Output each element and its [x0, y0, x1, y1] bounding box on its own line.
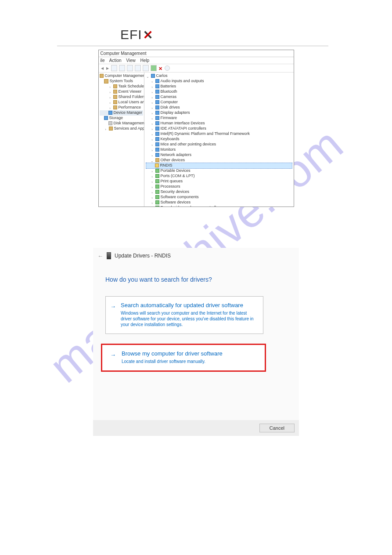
tree-item[interactable]: ›Monitors: [146, 147, 292, 152]
device-tree: ⌄Carlos ›Audio inputs and outputs›Batter…: [144, 73, 294, 207]
toolbar-btn[interactable]: [143, 65, 149, 71]
option-title: Search automatically for updated driver …: [121, 302, 257, 308]
toolbar-btn[interactable]: [135, 65, 141, 71]
computer-management-window: Computer Management ile Action View Help…: [98, 50, 294, 207]
tree-item[interactable]: Disk Management: [100, 121, 143, 126]
tree-item[interactable]: ›Services and Applications: [100, 126, 143, 131]
tree-item[interactable]: ›Software components: [146, 195, 292, 200]
tree-item[interactable]: ›Print queues: [146, 179, 292, 184]
tree-item[interactable]: ›Bluetooth: [146, 89, 292, 94]
device-icon: [107, 252, 111, 259]
option-desc: Windows will search your computer and th…: [121, 310, 257, 327]
toolbar-btn[interactable]: [119, 65, 125, 71]
tree-item[interactable]: ›Display adapters: [146, 110, 292, 116]
tree-item[interactable]: ›Keyboards: [146, 137, 292, 142]
option-desc: Locate and install driver software manua…: [122, 359, 259, 364]
toolbar-btn[interactable]: [127, 65, 133, 71]
tree-item[interactable]: ›Shared Folders: [100, 94, 143, 100]
tree-item[interactable]: System Tools: [100, 79, 143, 84]
tree-item[interactable]: ›IDE ATA/ATAPI controllers: [146, 126, 292, 131]
arrow-right-icon: →: [110, 352, 116, 358]
tree-item[interactable]: ⌄Carlos: [146, 73, 292, 79]
tree-item[interactable]: ›Performance: [100, 105, 143, 110]
window-title: Computer Management: [99, 50, 294, 57]
toolbar-back-icon[interactable]: ◀: [101, 66, 104, 70]
tree-item[interactable]: ›Computer: [146, 100, 292, 105]
tree-item[interactable]: ›Portable Devices: [146, 168, 292, 174]
tree-item[interactable]: ›Software devices: [146, 200, 292, 205]
menu-action[interactable]: Action: [109, 58, 122, 63]
cancel-button[interactable]: Cancel: [259, 424, 295, 432]
menu-bar: ile Action View Help: [99, 57, 294, 64]
tree-item[interactable]: ›Local Users and Groups: [100, 100, 143, 105]
tree-item[interactable]: ›Network adapters: [146, 152, 292, 158]
tree-item[interactable]: ›Event Viewer: [100, 89, 143, 94]
tree-item[interactable]: ›Disk drives: [146, 105, 292, 110]
tree-item[interactable]: ›Mice and other pointing devices: [146, 142, 292, 147]
tree-item[interactable]: ›Processors: [146, 184, 292, 189]
arrow-right-icon: →: [110, 303, 116, 310]
page-header: EFI: [57, 0, 328, 46]
tree-item[interactable]: ›Ports (COM & LPT): [146, 174, 292, 179]
tree-item[interactable]: ›Intel(R) Dynamic Platform and Thermal F…: [146, 131, 292, 137]
toolbar: ◀ ▶ ✕: [99, 64, 294, 73]
menu-file[interactable]: ile: [101, 58, 105, 63]
menu-help[interactable]: Help: [140, 58, 150, 63]
toolbar-fwd-icon[interactable]: ▶: [106, 66, 109, 70]
efix-logo: EFI: [120, 27, 328, 42]
tree-item[interactable]: ›Task Scheduler: [100, 84, 143, 89]
logo-text: EFI: [120, 27, 142, 42]
tree-item[interactable]: Computer Management (Local): [100, 73, 143, 79]
toolbar-btn[interactable]: [151, 65, 157, 71]
tree-item[interactable]: ›Security devices: [146, 189, 292, 195]
tree-item[interactable]: ›Audio inputs and outputs: [146, 79, 292, 84]
tree-item[interactable]: ›Cameras: [146, 94, 292, 100]
logo-mark-icon: [143, 30, 153, 40]
tree-item[interactable]: ›Firmware: [146, 116, 292, 121]
toolbar-btn[interactable]: [111, 65, 117, 71]
tree-item-other-devices[interactable]: ⌄Other devices: [146, 158, 292, 163]
tree-item-device-manager[interactable]: Device Manager: [100, 110, 143, 116]
option-search-auto[interactable]: → Search automatically for updated drive…: [105, 296, 263, 334]
tree-item-rndis[interactable]: RNDIS: [146, 163, 292, 168]
update-driver-dialog: ← Update Drivers - RNDIS How do you want…: [93, 248, 299, 436]
tree-item[interactable]: Storage: [100, 116, 143, 121]
menu-view[interactable]: View: [126, 58, 136, 63]
tree-item[interactable]: ›Human Interface Devices: [146, 121, 292, 126]
tree-item[interactable]: ›Sound, video and game controllers: [146, 205, 292, 207]
back-arrow-icon[interactable]: ←: [97, 253, 103, 259]
left-tree: Computer Management (Local) System Tools…: [99, 73, 144, 207]
option-browse-computer[interactable]: → Browse my computer for driver software…: [101, 344, 266, 372]
dialog-question: How do you want to search for drivers?: [105, 276, 287, 283]
dialog-title: Update Drivers - RNDIS: [115, 253, 171, 259]
tree-item[interactable]: ›Batteries: [146, 84, 292, 89]
dialog-buttons: Cancel: [93, 420, 299, 436]
toolbar-delete-icon[interactable]: ✕: [158, 66, 163, 70]
option-title: Browse my computer for driver software: [122, 350, 259, 357]
toolbar-btn[interactable]: [165, 65, 170, 71]
